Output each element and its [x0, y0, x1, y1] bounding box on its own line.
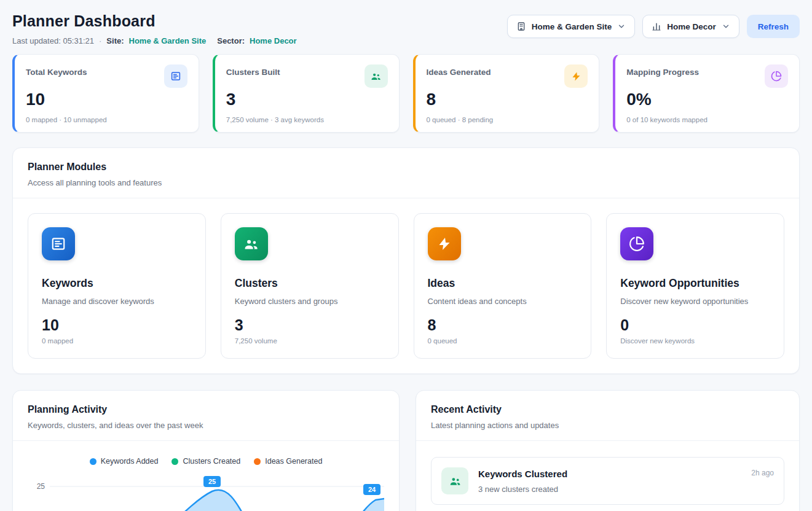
- module-card-ideas[interactable]: Ideas Content ideas and concepts 8 0 que…: [414, 213, 592, 359]
- section-title: Recent Activity: [431, 404, 784, 415]
- topbar: Planner Dashboard Last updated: 05:31:21…: [12, 11, 800, 45]
- legend-item-ideas-generated: Ideas Generated: [254, 457, 322, 466]
- stat-detail: 0 of 10 keywords mapped: [626, 116, 788, 123]
- document-icon: [42, 227, 75, 260]
- module-card-keyword-opportunities[interactable]: Keyword Opportunities Discover new keywo…: [606, 213, 784, 359]
- chevron-down-icon: [722, 22, 730, 31]
- module-value: 0: [620, 316, 770, 334]
- stat-card-clusters-built: Clusters Built 3 7,250 volume · 3 avg ke…: [213, 54, 400, 133]
- stat-value: 3: [226, 90, 388, 109]
- legend-dot-green: [171, 458, 178, 465]
- section-subtitle: Keywords, clusters, and ideas over the p…: [28, 421, 384, 430]
- legend-item-keywords-added: Keywords Added: [90, 457, 159, 466]
- topbar-left: Planner Dashboard Last updated: 05:31:21…: [12, 11, 297, 45]
- topbar-actions: Home & Garden Site Home Decor Refresh: [507, 15, 800, 38]
- module-card-keywords[interactable]: Keywords Manage and discover keywords 10…: [28, 213, 206, 359]
- recent-activity-item: Keywords Clustered 3 new clusters create…: [431, 457, 784, 505]
- module-description: Content ideas and concepts: [428, 297, 578, 306]
- stat-detail: 0 queued · 8 pending: [427, 116, 588, 123]
- sector-selector-dropdown[interactable]: Home Decor: [642, 15, 739, 38]
- recent-activity-list: Keywords Clustered 3 new clusters create…: [416, 441, 799, 505]
- module-value: 3: [235, 316, 385, 334]
- section-title: Planner Modules: [28, 162, 784, 173]
- stat-card-ideas-generated: Ideas Generated 8 0 queued · 8 pending: [413, 54, 600, 133]
- chart-legend: Keywords Added Clusters Created Ideas Ge…: [28, 457, 384, 466]
- legend-label: Ideas Generated: [265, 457, 322, 466]
- planning-activity-header: Planning Activity Keywords, clusters, an…: [13, 391, 399, 441]
- section-title: Planning Activity: [28, 404, 384, 415]
- svg-text:25: 25: [208, 478, 216, 485]
- last-updated-text: Last updated: 05:31:21: [12, 36, 94, 45]
- svg-text:24: 24: [368, 486, 376, 493]
- site-selector-label: Home & Garden Site: [532, 22, 612, 31]
- point-label-25: 25: [203, 476, 221, 487]
- module-title: Keyword Opportunities: [620, 277, 770, 290]
- legend-dot-orange: [254, 458, 261, 465]
- planning-activity-chart-area: Keywords Added Clusters Created Ideas Ge…: [13, 441, 399, 511]
- building-icon: [516, 21, 526, 31]
- sector-label: Sector:: [217, 36, 245, 45]
- separator-dot: ·: [99, 36, 101, 45]
- recent-item-title: Keywords Clustered: [478, 469, 741, 479]
- module-description: Keyword clusters and groups: [235, 297, 385, 306]
- users-icon: [441, 467, 468, 494]
- recent-activity-header: Recent Activity Latest planning actions …: [416, 391, 799, 441]
- section-subtitle: Latest planning actions and updates: [431, 421, 784, 430]
- planning-activity-chart: 25 25 24: [28, 475, 384, 511]
- subline: Last updated: 05:31:21 · Site: Home & Ga…: [12, 36, 297, 45]
- stat-label: Total Keywords: [26, 68, 87, 77]
- legend-item-clusters-created: Clusters Created: [171, 457, 240, 466]
- stat-card-mapping-progress: Mapping Progress 0% 0 of 10 keywords map…: [613, 54, 800, 133]
- module-detail: Discover new keywords: [620, 337, 770, 345]
- module-detail: 0 queued: [428, 337, 578, 345]
- planner-modules-panel: Planner Modules Access all planning tool…: [12, 147, 800, 374]
- users-icon: [235, 227, 268, 260]
- stat-value: 10: [26, 90, 187, 109]
- sector-selector-label: Home Decor: [667, 22, 716, 31]
- module-detail: 0 mapped: [42, 337, 192, 345]
- section-subtitle: Access all planning tools and features: [28, 178, 784, 187]
- site-selector-dropdown[interactable]: Home & Garden Site: [507, 15, 636, 38]
- point-label-24: 24: [363, 484, 380, 495]
- stat-card-total-keywords: Total Keywords 10 0 mapped · 10 unmapped: [12, 54, 199, 133]
- stats-row: Total Keywords 10 0 mapped · 10 unmapped…: [12, 54, 800, 133]
- stat-detail: 0 mapped · 10 unmapped: [26, 116, 187, 123]
- planner-dashboard-page: Planner Dashboard Last updated: 05:31:21…: [0, 0, 812, 511]
- stat-label: Clusters Built: [226, 68, 280, 77]
- stat-detail: 7,250 volume · 3 avg keywords: [226, 116, 388, 123]
- module-value: 10: [42, 316, 192, 334]
- lightning-icon: [428, 227, 461, 260]
- page-title: Planner Dashboard: [12, 12, 297, 30]
- legend-label: Clusters Created: [183, 457, 240, 466]
- y-axis-tick-25: 25: [37, 482, 45, 491]
- module-title: Keywords: [42, 277, 192, 290]
- sector-link[interactable]: Home Decor: [250, 36, 297, 45]
- users-icon: [365, 64, 388, 88]
- module-title: Clusters: [235, 277, 385, 290]
- recent-item-main: Keywords Clustered 3 new clusters create…: [478, 467, 741, 494]
- module-description: Manage and discover keywords: [42, 297, 192, 306]
- module-detail: 7,250 volume: [235, 337, 385, 345]
- recent-item-timestamp: 2h ago: [751, 469, 774, 477]
- planning-activity-panel: Planning Activity Keywords, clusters, an…: [12, 390, 400, 511]
- stat-value: 8: [427, 90, 588, 109]
- module-value: 8: [428, 316, 578, 334]
- chevron-down-icon: [617, 22, 626, 31]
- recent-item-description: 3 new clusters created: [478, 485, 741, 494]
- legend-label: Keywords Added: [101, 457, 159, 466]
- module-description: Discover new keyword opportunities: [620, 297, 770, 306]
- pie-chart-icon: [765, 64, 788, 88]
- area-fill-keywords-added: [50, 490, 384, 511]
- legend-dot-blue: [90, 458, 97, 465]
- module-card-clusters[interactable]: Clusters Keyword clusters and groups 3 7…: [221, 213, 399, 359]
- module-title: Ideas: [428, 277, 578, 290]
- stat-label: Mapping Progress: [626, 68, 699, 77]
- stat-value: 0%: [626, 90, 788, 109]
- planner-modules-header: Planner Modules Access all planning tool…: [13, 148, 799, 198]
- document-icon: [164, 64, 187, 88]
- refresh-button[interactable]: Refresh: [747, 15, 800, 38]
- recent-activity-panel: Recent Activity Latest planning actions …: [416, 390, 800, 511]
- modules-grid: Keywords Manage and discover keywords 10…: [13, 198, 799, 373]
- site-link[interactable]: Home & Garden Site: [129, 36, 207, 45]
- stat-label: Ideas Generated: [427, 68, 491, 77]
